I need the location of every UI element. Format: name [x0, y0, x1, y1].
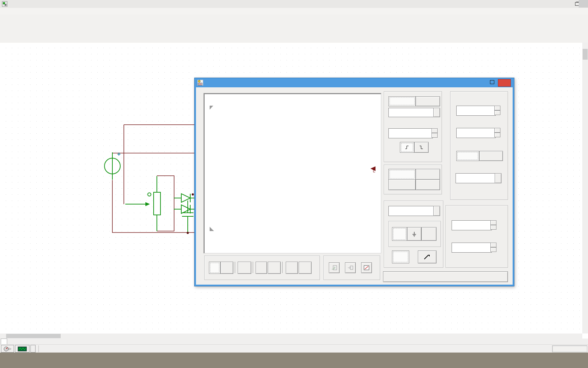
- document-tab[interactable]: [1, 339, 7, 345]
- channel-select[interactable]: [388, 206, 435, 216]
- scope-close-button[interactable]: [498, 79, 511, 87]
- vertical-group: [445, 205, 508, 268]
- store-button[interactable]: [388, 179, 416, 190]
- scope-display-panel: [204, 93, 381, 253]
- data-group: [323, 256, 380, 280]
- scope-graticule: [209, 105, 380, 233]
- data-copy-button[interactable]: [345, 262, 356, 273]
- channel-on-button[interactable]: [392, 250, 409, 263]
- trigger-mode-dropdown-arrow[interactable]: [433, 108, 440, 117]
- run-button[interactable]: [388, 169, 416, 180]
- cursor-down-button[interactable]: [299, 262, 312, 274]
- interactive-mode-button[interactable]: [1, 345, 14, 353]
- rising-edge-button[interactable]: [400, 142, 414, 153]
- oscilloscope-window-icon: [197, 80, 203, 87]
- scroll-left-button[interactable]: [0, 334, 6, 339]
- level-input[interactable]: [388, 128, 433, 138]
- app-icon: [2, 1, 8, 8]
- capacitor[interactable]: [182, 201, 193, 233]
- cursor-on-button[interactable]: [238, 262, 251, 274]
- data-view-button[interactable]: [361, 262, 372, 273]
- data-export-button[interactable]: [329, 262, 340, 273]
- coupling-ground-button[interactable]: [407, 227, 421, 241]
- v-scroll-thumb[interactable]: [583, 49, 588, 60]
- trigger-mode-button[interactable]: [388, 96, 416, 106]
- trigger-source-button[interactable]: [416, 96, 440, 106]
- stop-button[interactable]: [416, 169, 440, 180]
- component-toolbar: [0, 24, 588, 36]
- oscilloscope-mode-button[interactable]: [15, 345, 29, 353]
- trigger-group: [384, 91, 442, 162]
- main-titlebar: [0, 0, 588, 8]
- scroll-down-button[interactable]: [582, 328, 588, 334]
- main-toolbar: [0, 14, 588, 25]
- falling-edge-button[interactable]: [414, 142, 429, 153]
- h-position-spinner[interactable]: [494, 128, 500, 137]
- taskbar: [0, 353, 588, 368]
- minimize-button[interactable]: [557, 0, 566, 8]
- coupling-ac-button[interactable]: [421, 227, 437, 241]
- h-scrollbar[interactable]: [0, 334, 582, 339]
- erase-button[interactable]: [416, 179, 440, 190]
- yx-button[interactable]: [479, 151, 503, 161]
- exit-button[interactable]: [31, 345, 36, 353]
- v-scrollbar[interactable]: [582, 43, 588, 334]
- scope-maximize-button[interactable]: [490, 80, 494, 84]
- p1-potentiometer[interactable]: [125, 176, 160, 231]
- document-tab-row: [0, 339, 588, 344]
- oscilloscope-window[interactable]: [194, 78, 514, 286]
- coupling-group: [388, 221, 441, 247]
- trigger-marker[interactable]: [370, 166, 375, 172]
- application-window: +: [0, 0, 588, 368]
- auto-button[interactable]: [383, 271, 508, 282]
- channel-dropdown-arrow[interactable]: [433, 206, 440, 216]
- cursor-a-button[interactable]: [209, 262, 220, 274]
- h-position-input[interactable]: [456, 128, 496, 138]
- storage-group: [384, 165, 442, 194]
- xsource-dropdown-arrow[interactable]: [495, 173, 501, 183]
- cursor-left-button[interactable]: [256, 262, 267, 274]
- oscilloscope-body: [196, 87, 513, 285]
- vs1-plus: +: [117, 151, 121, 157]
- timediv-input[interactable]: [456, 106, 496, 116]
- v-position-spinner[interactable]: [490, 243, 496, 252]
- bottom-toolbar: [0, 344, 588, 353]
- cursor-b-button[interactable]: [220, 262, 233, 274]
- coupling-dc-button[interactable]: [392, 227, 407, 241]
- probe-button[interactable]: [418, 250, 437, 263]
- h-scroll-thumb[interactable]: [6, 334, 61, 338]
- component-tab-row: [0, 36, 588, 43]
- cursor-right-button[interactable]: [268, 262, 281, 274]
- timediv-spinner[interactable]: [494, 106, 500, 115]
- sd2-diode[interactable]: [174, 205, 196, 213]
- cursor-group: [204, 256, 320, 280]
- v-position-input[interactable]: [452, 243, 492, 253]
- top-marker: [210, 106, 213, 110]
- bottom-marker: [210, 227, 214, 231]
- xsource-select[interactable]: [456, 173, 497, 183]
- horizontal-group: [450, 91, 508, 200]
- cursor-coordinates: [552, 345, 587, 352]
- cursor-up-button[interactable]: [286, 262, 298, 274]
- level-spinner[interactable]: [431, 128, 438, 138]
- voltsdiv-spinner[interactable]: [490, 220, 496, 230]
- yt-button[interactable]: [456, 151, 479, 161]
- scroll-up-button[interactable]: [582, 43, 588, 49]
- menu-bar: [0, 8, 588, 14]
- junction-dot2: [192, 193, 194, 196]
- voltsdiv-input[interactable]: [452, 220, 492, 230]
- trigger-mode-select[interactable]: [388, 108, 435, 117]
- close-button[interactable]: [579, 0, 588, 8]
- scroll-right-button[interactable]: [577, 334, 582, 339]
- oscilloscope-titlebar[interactable]: [195, 78, 514, 87]
- channel-group: [384, 201, 443, 268]
- junction-dot: [187, 232, 189, 234]
